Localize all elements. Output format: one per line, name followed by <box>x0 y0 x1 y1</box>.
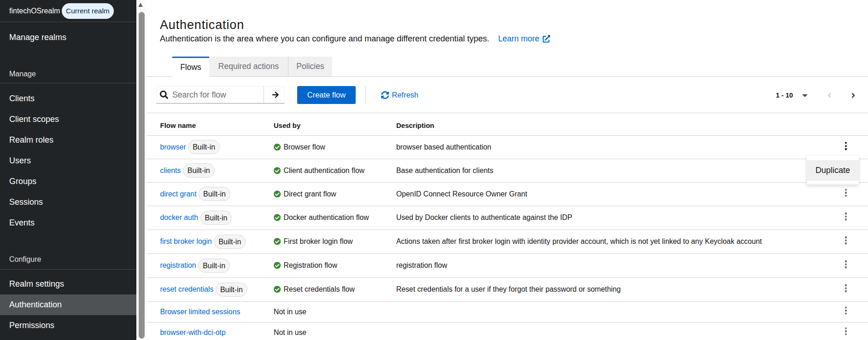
check-circle-icon <box>274 167 281 174</box>
flow-name-cell: reset credentialsBuilt-in <box>147 282 274 297</box>
actions-cell <box>824 235 868 248</box>
sidebar-item-client-scopes[interactable]: Client scopes <box>0 109 136 130</box>
built-in-badge: Built-in <box>216 282 247 297</box>
search-group <box>156 86 285 104</box>
used-by-text: Client authentication flow <box>284 167 365 175</box>
page-scrollbar[interactable] <box>136 0 147 340</box>
used-by-text: Docker authentication flow <box>284 213 369 222</box>
row-kebab-button[interactable] <box>841 324 850 338</box>
sidebar-item-realm-roles[interactable]: Realm roles <box>0 130 136 150</box>
used-by-cell: First broker login flow <box>274 237 396 246</box>
toolbar-divider <box>365 86 366 104</box>
tab-flows[interactable]: Flows <box>172 57 209 77</box>
search-submit-button[interactable] <box>264 86 284 103</box>
check-circle-icon <box>274 190 281 198</box>
scrollbar-up-arrow-icon[interactable] <box>138 3 143 7</box>
kebab-dot-icon <box>845 266 847 268</box>
actions-cell <box>824 326 868 340</box>
row-kebab-button[interactable] <box>841 258 850 271</box>
flow-name-link[interactable]: browser <box>160 143 186 151</box>
built-in-badge: Built-in <box>198 259 230 273</box>
sidebar-item-users[interactable]: Users <box>0 150 136 171</box>
actions-cell <box>824 187 868 201</box>
sidebar-item-manage-realms[interactable]: Manage realms <box>0 27 136 48</box>
used-by-cell: Docker authentication flow <box>274 213 396 222</box>
pagination-caret-down-icon[interactable] <box>802 94 808 97</box>
flow-name-link[interactable]: first broker login <box>160 237 212 246</box>
tab-bar: Flows Required actions Policies <box>147 57 868 77</box>
sidebar-item-events[interactable]: Events <box>0 213 136 233</box>
description-text: Actions taken after first broker login w… <box>396 237 824 246</box>
row-kebab-button[interactable] <box>841 186 850 200</box>
used-by-text: Reset credentials flow <box>284 285 355 294</box>
actions-cell <box>824 282 868 296</box>
used-by-text: Not in use <box>274 328 306 337</box>
row-actions-menu: Duplicate <box>807 156 859 184</box>
table-row: Browser limited sessionsNot in use <box>147 302 868 323</box>
sidebar-item-groups[interactable]: Groups <box>0 171 136 192</box>
nav-section-configure: Configure <box>9 255 41 264</box>
row-kebab-button[interactable] <box>841 282 850 295</box>
flow-name-link[interactable]: Browser limited sessions <box>160 308 240 316</box>
sidebar-item-authentication[interactable]: Authentication <box>0 294 136 315</box>
sidebar-item-sessions[interactable]: Sessions <box>0 192 136 213</box>
actions-cell <box>824 211 868 225</box>
flow-name-link[interactable]: registration <box>160 261 196 270</box>
kebab-dot-icon <box>845 263 847 265</box>
kebab-dot-icon <box>845 215 847 217</box>
check-circle-icon <box>274 262 281 269</box>
nav-divider <box>0 269 136 270</box>
row-kebab-button[interactable] <box>841 210 850 224</box>
pagination-next-icon[interactable] <box>851 92 855 99</box>
sidebar-item-realm-settings[interactable]: Realm settings <box>0 274 136 294</box>
built-in-badge: Built-in <box>188 140 220 154</box>
tabs-spacer <box>332 57 868 77</box>
actions-cell <box>824 259 868 272</box>
kebab-dot-icon <box>845 312 847 314</box>
realm-header[interactable]: fintechOSrealm Current realm <box>0 0 136 22</box>
kebab-dot-icon <box>845 145 847 147</box>
sidebar: fintechOSrealm Current realm Manage real… <box>0 0 136 340</box>
flow-name-cell: direct grantBuilt-in <box>147 187 274 201</box>
kebab-dot-icon <box>845 236 847 238</box>
kebab-dot-icon <box>845 330 847 332</box>
search-input[interactable] <box>172 86 263 103</box>
pagination-prev-icon[interactable] <box>827 92 831 99</box>
description-text: Base authentication for clients <box>396 167 824 175</box>
learn-more-link[interactable]: Learn more <box>498 34 550 43</box>
sidebar-item-permissions[interactable]: Permissions <box>0 315 136 336</box>
row-kebab-button[interactable] <box>841 234 850 248</box>
flow-name-link[interactable]: browser-with-dci-otp <box>160 328 226 337</box>
kebab-dot-icon <box>845 284 847 286</box>
refresh-label: Refresh <box>392 91 419 99</box>
tab-required-actions[interactable]: Required actions <box>209 57 288 77</box>
flow-name-link[interactable]: docker auth <box>160 213 199 222</box>
row-kebab-button[interactable] <box>841 139 850 153</box>
create-flow-button[interactable]: Create flow <box>297 86 356 104</box>
used-by-text: First broker login flow <box>284 237 353 246</box>
nav-section-manage: Manage <box>9 70 36 78</box>
check-circle-icon <box>274 214 281 221</box>
flow-name-link[interactable]: clients <box>160 167 181 175</box>
flow-name-link[interactable]: reset credentials <box>160 285 214 294</box>
menu-item-duplicate[interactable]: Duplicate <box>807 160 859 181</box>
built-in-badge: Built-in <box>199 187 230 201</box>
current-realm-badge: Current realm <box>62 3 114 19</box>
sidebar-item-clients[interactable]: Clients <box>0 88 136 109</box>
scrollbar-thumb[interactable] <box>139 12 145 339</box>
flow-name-link[interactable]: direct grant <box>160 190 197 198</box>
page-title: Authentication <box>160 18 244 32</box>
kebab-dot-icon <box>845 333 847 335</box>
column-header-used-by: Used by <box>274 121 396 129</box>
actions-cell <box>824 305 868 319</box>
actions-cell <box>824 140 868 154</box>
check-circle-icon <box>274 144 281 151</box>
table-row: direct grantBuilt-inDirect grant flowOpe… <box>147 183 868 206</box>
tab-policies[interactable]: Policies <box>288 57 332 77</box>
realm-name: fintechOSrealm <box>9 0 60 22</box>
row-kebab-button[interactable] <box>841 304 850 317</box>
used-by-text: Not in use <box>274 308 306 316</box>
flow-name-cell: docker authBuilt-in <box>147 211 274 225</box>
refresh-button[interactable]: Refresh <box>381 91 418 99</box>
table-row: docker authBuilt-inDocker authentication… <box>147 206 868 230</box>
